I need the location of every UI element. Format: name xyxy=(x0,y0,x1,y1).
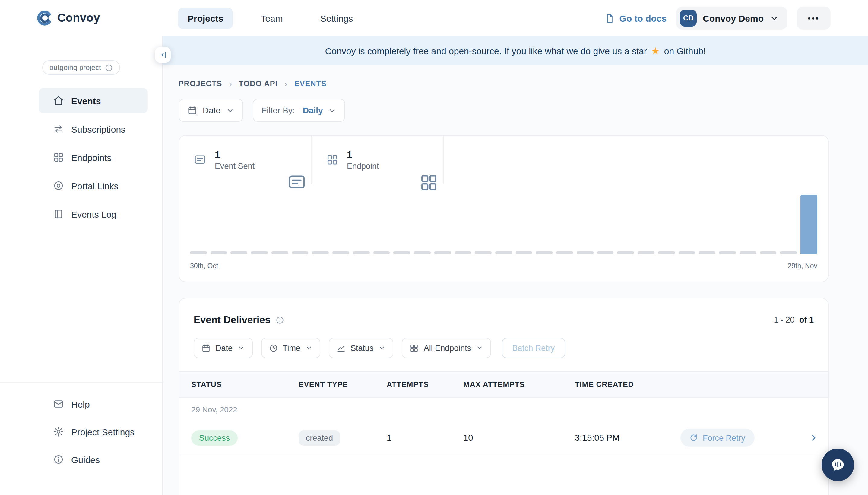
deliveries-endpoints-dropdown[interactable]: All Endpoints xyxy=(402,338,491,358)
row-expand-chevron-icon[interactable] xyxy=(809,433,819,443)
deliveries-date-dropdown[interactable]: Date xyxy=(194,338,252,358)
chevron-right-icon: › xyxy=(229,79,232,89)
breadcrumb-events[interactable]: EVENTS xyxy=(294,79,327,88)
chart-bar-baseline xyxy=(739,252,756,254)
sidebar-item-events[interactable]: Events xyxy=(39,88,148,113)
convoy-logo[interactable]: Convoy xyxy=(36,10,100,26)
sidebar-item-portal-links[interactable]: Portal Links xyxy=(39,173,148,198)
chart-bar-baseline xyxy=(516,252,532,254)
chevron-down-icon xyxy=(305,344,313,352)
sidebar-item-label: Help xyxy=(71,399,90,409)
chevron-down-icon xyxy=(770,14,779,23)
tab-settings[interactable]: Settings xyxy=(311,7,363,29)
breadcrumb-todo-api[interactable]: TODO API xyxy=(239,79,278,88)
pagination-total: of 1 xyxy=(799,315,814,324)
event-deliveries-card: Event Deliveries 1 - 20 of 1 xyxy=(179,298,829,495)
collapse-sidebar-button[interactable] xyxy=(155,47,171,63)
deliveries-time-dropdown[interactable]: Time xyxy=(261,338,320,358)
chart-bar-baseline xyxy=(556,252,573,254)
chart-bar-baseline xyxy=(434,252,451,254)
batch-retry-button[interactable]: Batch Retry xyxy=(502,338,565,358)
chart-bar-baseline xyxy=(271,252,288,254)
stat-endpoints: 1 Endpoint xyxy=(312,136,444,184)
sidebar-item-subscriptions[interactable]: Subscriptions xyxy=(39,116,148,142)
sidebar-item-label: Portal Links xyxy=(71,181,118,191)
chart-bar-baseline xyxy=(291,252,308,254)
chart-bar-baseline xyxy=(780,252,797,254)
sidebar-item-guides[interactable]: Guides xyxy=(39,447,148,472)
chevron-down-icon xyxy=(379,344,386,352)
sidebar-item-label: Endpoints xyxy=(71,152,111,163)
events-sent-label: Event Sent xyxy=(215,161,254,170)
chart-bar-baseline xyxy=(577,252,593,254)
sidebar-item-endpoints[interactable]: Endpoints xyxy=(39,145,148,170)
col-event-type: EVENT TYPE xyxy=(299,380,387,389)
star-icon: ★ xyxy=(651,45,660,56)
chart-bar-baseline xyxy=(394,252,410,254)
chart-x-start-label: 30th, Oct xyxy=(190,262,218,270)
calendar-icon xyxy=(188,105,197,115)
home-icon xyxy=(53,95,64,106)
sidebar-item-label: Events xyxy=(71,96,101,106)
tab-team[interactable]: Team xyxy=(251,7,292,29)
max-attempts-value: 10 xyxy=(463,433,575,443)
deliveries-status-label: Status xyxy=(350,343,374,353)
go-to-docs-label: Go to docs xyxy=(619,13,667,23)
chart-bar-baseline xyxy=(760,252,776,254)
chevron-down-icon xyxy=(226,106,234,114)
force-retry-button[interactable]: Force Retry xyxy=(680,429,754,447)
subscriptions-icon xyxy=(53,124,64,134)
sidebar: outgoing project Events xyxy=(0,36,163,495)
chart-bar-baseline xyxy=(312,252,329,254)
more-button[interactable]: ••• xyxy=(797,7,831,30)
deliveries-filter-row: Date Time xyxy=(179,326,828,358)
banner-text-before: Convoy is completely free and open-sourc… xyxy=(325,46,647,56)
grid-watermark-icon xyxy=(419,173,438,192)
go-to-docs-link[interactable]: Go to docs xyxy=(604,13,667,23)
grid-icon xyxy=(53,152,64,163)
date-filter-dropdown[interactable]: Date xyxy=(179,99,243,122)
chart-bar-baseline xyxy=(332,252,349,254)
endpoints-value: 1 xyxy=(347,149,379,160)
stats-row: 1 Event Sent xyxy=(179,136,828,184)
chart-bar-baseline xyxy=(678,252,695,254)
info-icon[interactable] xyxy=(105,64,113,71)
breadcrumb-projects[interactable]: PROJECTS xyxy=(179,79,222,88)
sidebar-item-events-log[interactable]: Events Log xyxy=(39,201,148,227)
org-name: Convoy Demo xyxy=(703,13,764,23)
announcement-banner: Convoy is completely free and open-sourc… xyxy=(163,36,868,65)
sidebar-footer: Help Project Settings Guides xyxy=(0,382,162,495)
sidebar-item-project-settings[interactable]: Project Settings xyxy=(39,419,148,444)
tab-projects[interactable]: Projects xyxy=(178,7,233,29)
chart-bar-filled xyxy=(800,195,817,254)
chevron-down-icon xyxy=(476,344,483,352)
deliveries-table: STATUS EVENT TYPE ATTEMPTS MAX ATTEMPTS … xyxy=(179,371,828,455)
chart-bar-baseline xyxy=(597,252,614,254)
stat-events-sent: 1 Event Sent xyxy=(179,136,312,184)
table-date-group: 29 Nov, 2022 xyxy=(179,398,828,421)
intercom-chat-button[interactable] xyxy=(821,448,854,481)
row-actions: Force Retry xyxy=(680,429,828,447)
events-chart: 30th, Oct 29th, Nov xyxy=(179,184,828,270)
message-watermark-icon xyxy=(287,173,306,192)
chart-bar-baseline xyxy=(638,252,654,254)
date-filter-label: Date xyxy=(203,105,220,115)
chart-bar-baseline xyxy=(454,252,471,254)
events-bar-chart xyxy=(190,193,817,254)
chart-bar-baseline xyxy=(475,252,491,254)
info-icon[interactable] xyxy=(276,315,284,324)
sidebar-item-help[interactable]: Help xyxy=(39,391,148,416)
deliveries-status-dropdown[interactable]: Status xyxy=(329,338,394,358)
pagination-info: 1 - 20 of 1 xyxy=(773,315,814,324)
chart-bar-baseline xyxy=(658,252,675,254)
pagination-range: 1 - 20 xyxy=(773,315,795,324)
chart-bar-baseline xyxy=(231,252,247,254)
banner-text-after: on Github! xyxy=(664,46,706,56)
org-switcher[interactable]: CD Convoy Demo xyxy=(676,7,787,30)
col-time-created: TIME CREATED xyxy=(575,380,680,389)
table-row[interactable]: Success created 1 10 3:15:05 PM Force R xyxy=(179,421,828,455)
table-header-row: STATUS EVENT TYPE ATTEMPTS MAX ATTEMPTS … xyxy=(179,371,828,398)
filter-by-dropdown[interactable]: Filter By: Daily xyxy=(252,99,345,122)
sidebar-nav: Events Subscriptions Endpoints xyxy=(0,88,162,227)
force-retry-label: Force Retry xyxy=(703,433,745,442)
